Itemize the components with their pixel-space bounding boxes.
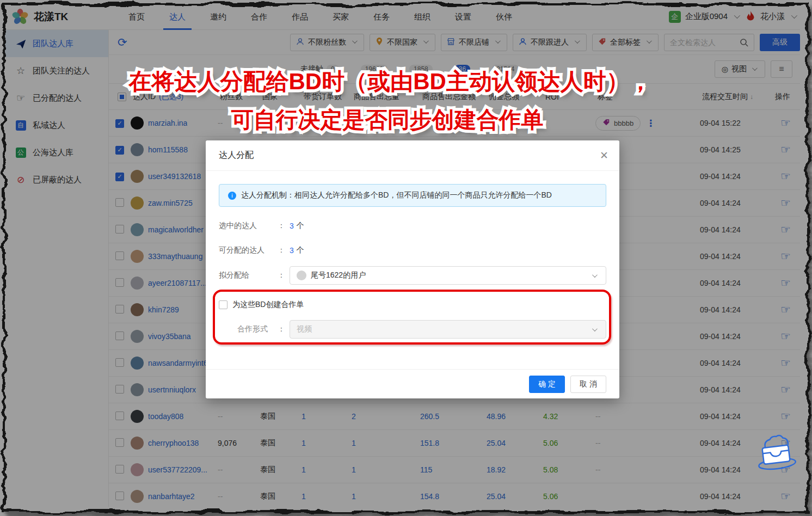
screenshot-stage: 花漾TK 首页达人邀约合作作品买家任务组织设置伙伴 企 企业版0904 花小漾 … <box>0 0 812 516</box>
floating-tray-icon <box>753 427 802 481</box>
avatar <box>297 271 306 280</box>
selected-creators-row: 选中的达人 ： 3 个 <box>219 221 606 231</box>
create-order-checkbox[interactable] <box>219 300 227 309</box>
assign-creator-modal: 达人分配 ✕ i 达人分配机制：相同达人允许分配给多个BD，但不同店铺的同一个商… <box>206 140 619 398</box>
coop-type-row: 合作形式 ： 视频 <box>219 320 606 339</box>
assignee-select[interactable]: 尾号1622的用户 <box>290 266 606 285</box>
modal-header: 达人分配 ✕ <box>206 140 619 171</box>
assignable-creators-row: 可分配的达人 ： 3 个 <box>219 245 606 255</box>
assign-rule-alert: i 达人分配机制：相同达人允许分配给多个BD，但不同店铺的同一个商品只允许分配给… <box>219 184 606 207</box>
confirm-button[interactable]: 确 定 <box>529 376 565 393</box>
create-order-row: 为这些BD创建合作单 <box>219 300 606 310</box>
modal-footer: 确 定 取 消 <box>206 369 619 398</box>
chevron-down-icon <box>592 326 598 331</box>
modal-title: 达人分配 <box>219 150 254 161</box>
chevron-down-icon <box>592 272 598 278</box>
info-icon: i <box>228 192 236 200</box>
close-icon[interactable]: ✕ <box>600 149 608 162</box>
assignable-creators-count: 3 <box>290 246 294 255</box>
assignee-row: 拟分配给 ： 尾号1622的用户 <box>219 266 606 285</box>
cancel-button[interactable]: 取 消 <box>570 376 606 393</box>
coop-type-select: 视频 <box>290 320 606 339</box>
selected-creators-count: 3 <box>290 222 294 230</box>
